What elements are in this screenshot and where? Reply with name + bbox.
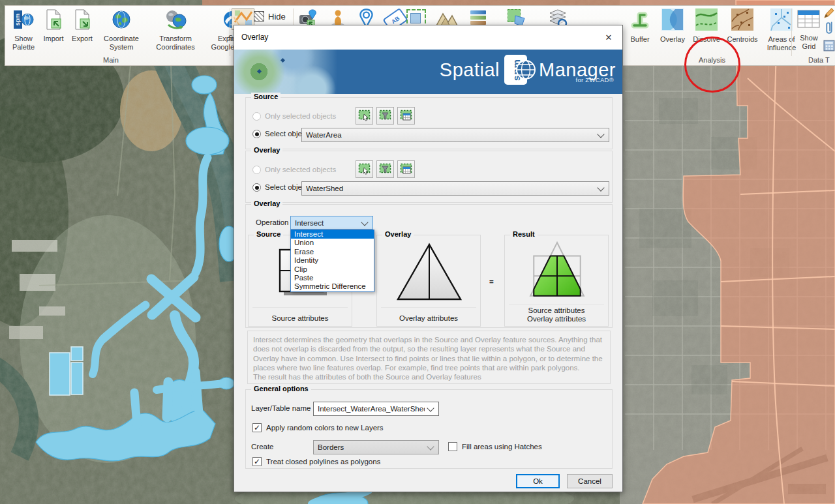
- import-icon: [45, 9, 63, 33]
- overlay-filter-button[interactable]: [376, 160, 394, 178]
- truncated-label: S: [228, 34, 233, 42]
- chevron-down-icon: [427, 443, 434, 450]
- group-label-data-table: Data T: [808, 56, 830, 64]
- operation-select[interactable]: Intersect: [290, 216, 373, 230]
- source-layer-radio[interactable]: [252, 130, 261, 138]
- overlay-diagram-box: Overlay Overlay attributes: [376, 235, 481, 327]
- operation-group: Overlay Operation Intersect Intersect Un…: [245, 204, 613, 328]
- group-label-main: Main: [103, 56, 119, 64]
- checkmark-icon: ✓: [254, 423, 260, 432]
- dissolve-icon: [695, 8, 718, 33]
- analysis-annotation-circle: [684, 37, 740, 93]
- export-button[interactable]: Export: [69, 9, 95, 51]
- create-select[interactable]: Borders: [313, 440, 439, 454]
- close-icon[interactable]: ✕: [600, 31, 617, 45]
- centroids-icon: [731, 8, 753, 33]
- brand-tagline: for ZWCAD®: [575, 76, 614, 83]
- dropdown-option[interactable]: Erase: [291, 248, 374, 256]
- brand-banner: Spatial spm Manager for ZWCAD®: [234, 50, 622, 94]
- dialog-title: Overlay: [241, 33, 268, 42]
- show-grid-icon: [797, 8, 821, 32]
- general-options-group: General options Layer/Table name Interse…: [245, 389, 613, 469]
- transform-coordinates-icon: [164, 9, 187, 33]
- chevron-down-icon: [427, 404, 434, 411]
- globe-icon: [111, 9, 132, 33]
- dialog-titlebar[interactable]: Overlay ✕: [234, 25, 622, 50]
- show-grid-button[interactable]: Show Grid: [795, 8, 823, 50]
- source-layer-select[interactable]: WaterArea: [301, 128, 609, 142]
- buffer-button[interactable]: Buffer: [626, 8, 654, 52]
- zwcad-spatial-manager-window: spm Show Palette Import Export Coordinat…: [0, 0, 835, 504]
- operation-description: Intersect determines the geometry that o…: [247, 331, 611, 384]
- source-pick-objects-button[interactable]: [356, 107, 373, 125]
- result-diagram: [518, 239, 596, 302]
- chevron-down-icon: [597, 130, 604, 138]
- checkmark-icon: ✓: [254, 457, 260, 466]
- spm-globe-icon: [515, 59, 537, 81]
- layer-table-name-combo[interactable]: Intersect_WaterArea_WaterShed: [313, 402, 439, 416]
- equals-sign: =: [489, 278, 494, 286]
- show-palette-button[interactable]: spm Show Palette: [9, 9, 38, 51]
- export-icon: [74, 9, 91, 33]
- overlay-pick-objects-button[interactable]: [356, 160, 373, 178]
- thematic-legend-icon[interactable]: [470, 10, 486, 26]
- banner-map-thumbnail: [234, 50, 342, 94]
- source-only-selected-radio[interactable]: [252, 112, 261, 121]
- source-table-button[interactable]: [397, 107, 415, 125]
- dropdown-option[interactable]: Paste: [291, 274, 374, 282]
- chevron-down-icon: [361, 218, 368, 226]
- transform-coordinates-button[interactable]: Transform Coordinates: [147, 9, 204, 51]
- operation-dropdown-list: Intersect Union Erase Identity Clip Past…: [290, 230, 374, 292]
- calculator-icon[interactable]: [823, 40, 835, 55]
- overlay-group: Overlay Only selected objects Select obj…: [245, 151, 613, 203]
- overlay-only-selected-radio[interactable]: [252, 166, 261, 174]
- source-group: Source Only selected objects Select obje…: [245, 97, 613, 149]
- dropdown-option[interactable]: Symmetric Difference: [291, 282, 374, 291]
- dropdown-option[interactable]: Identity: [291, 256, 374, 265]
- import-button[interactable]: Import: [40, 9, 67, 51]
- attachment-paperclip-icon[interactable]: [824, 20, 835, 40]
- areas-of-influence-icon: [770, 8, 793, 33]
- hide-toggle[interactable]: Hide: [254, 11, 286, 22]
- source-filter-button[interactable]: [376, 107, 394, 125]
- dropdown-option[interactable]: Clip: [291, 265, 374, 274]
- overlay-icon: [661, 8, 684, 33]
- fill-hatches-checkbox[interactable]: [448, 442, 457, 451]
- spm-logo-box: spm: [504, 55, 527, 85]
- closed-polylines-checkbox[interactable]: ✓: [252, 457, 262, 466]
- hide-icon: [254, 11, 264, 22]
- svg-text:spm: spm: [14, 14, 21, 26]
- overlay-button[interactable]: Overlay: [658, 8, 688, 52]
- overlay-diagram: [390, 241, 468, 304]
- overlay-layer-select[interactable]: WaterShed: [301, 181, 609, 196]
- overlay-dialog: Overlay ✕ Spatial spm Manager for ZWCAD®…: [234, 25, 623, 492]
- coordinate-system-button[interactable]: Coordinate System: [98, 9, 145, 51]
- buffer-icon: [629, 8, 651, 33]
- overlay-layer-radio[interactable]: [252, 183, 261, 192]
- chevron-down-icon: [597, 184, 604, 191]
- spm-palette-icon: spm: [13, 9, 34, 33]
- result-diagram-box: Result Source attributes Overlay attribu…: [504, 235, 609, 327]
- random-colors-checkbox[interactable]: ✓: [252, 423, 262, 432]
- overlay-table-button[interactable]: [397, 160, 415, 178]
- result-caption: Source attributes Overlay attributes: [505, 306, 608, 323]
- ok-button[interactable]: Ok: [516, 474, 560, 488]
- cancel-button[interactable]: Cancel: [567, 474, 613, 488]
- dropdown-option[interactable]: Intersect: [291, 230, 374, 239]
- dropdown-option[interactable]: Union: [291, 239, 374, 247]
- ribbon-group-main: spm Show Palette Import Export Coordinat…: [9, 9, 258, 51]
